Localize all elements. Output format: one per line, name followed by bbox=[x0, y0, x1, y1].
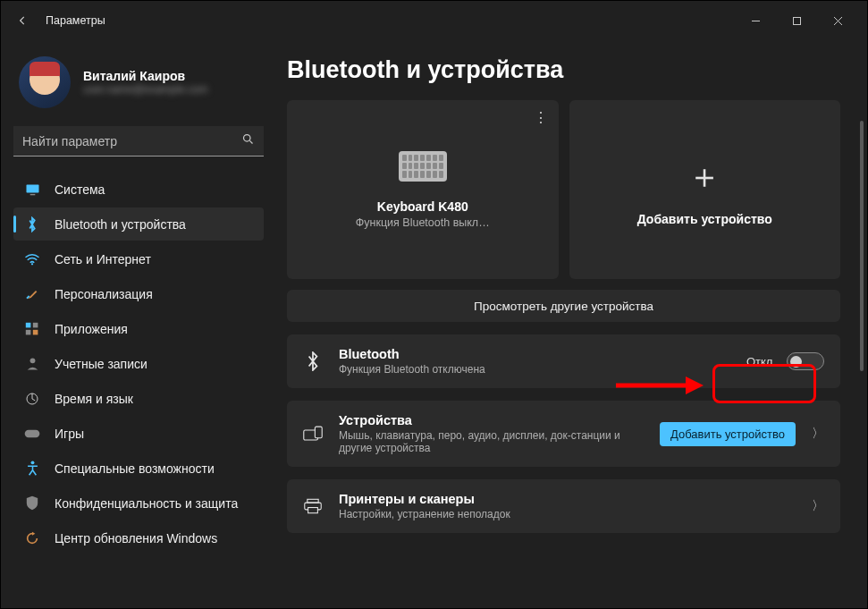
profile-block[interactable]: Виталий Каиров user.name@example.com bbox=[13, 40, 264, 112]
scrollbar[interactable] bbox=[860, 121, 864, 371]
nav-label: Персонализация bbox=[55, 287, 153, 301]
user-icon bbox=[24, 357, 40, 371]
wifi-icon bbox=[24, 253, 40, 266]
monitor-icon bbox=[24, 183, 40, 196]
nav-network[interactable]: Сеть и Интернет bbox=[13, 242, 264, 275]
svg-rect-8 bbox=[26, 329, 31, 334]
nav-label: Время и язык bbox=[55, 392, 133, 406]
globe-icon bbox=[24, 392, 40, 406]
svg-rect-16 bbox=[308, 499, 318, 503]
row-devices[interactable]: Устройства Мышь, клавиатура, перо, аудио… bbox=[287, 401, 840, 467]
close-button[interactable] bbox=[817, 6, 858, 35]
row-title: Устройства bbox=[339, 413, 644, 427]
nav-time-language[interactable]: Время и язык bbox=[13, 382, 264, 415]
bluetooth-toggle-group: Откл. bbox=[746, 352, 824, 370]
svg-rect-9 bbox=[33, 329, 38, 334]
svg-rect-15 bbox=[315, 427, 322, 438]
svg-rect-7 bbox=[33, 322, 38, 327]
plus-icon: ＋ bbox=[687, 154, 721, 199]
row-sub: Мышь, клавиатура, перо, аудио, дисплеи, … bbox=[339, 429, 644, 454]
nav-label: Центр обновления Windows bbox=[55, 531, 217, 546]
device-sub: Функция Bluetooth выкл… bbox=[356, 216, 490, 229]
bluetooth-icon bbox=[24, 216, 40, 233]
user-name: Виталий Каиров bbox=[83, 69, 208, 83]
nav-label: Конфиденциальность и защита bbox=[55, 496, 238, 511]
minimize-button[interactable] bbox=[735, 6, 776, 35]
chevron-right-icon: 〉 bbox=[812, 498, 824, 514]
nav-privacy[interactable]: Конфиденциальность и защита bbox=[13, 486, 264, 520]
titlebar: Параметры bbox=[1, 1, 867, 40]
svg-rect-6 bbox=[26, 322, 31, 327]
search-icon bbox=[241, 132, 255, 149]
nav-apps[interactable]: Приложения bbox=[13, 312, 264, 345]
devices-icon bbox=[303, 426, 323, 442]
nav-label: Игры bbox=[55, 427, 84, 441]
nav-label: Специальные возможности bbox=[55, 461, 215, 476]
device-cards-row: ⋮ Keyboard K480 Функция Bluetooth выкл… … bbox=[287, 100, 840, 279]
svg-rect-1 bbox=[793, 17, 800, 24]
back-button[interactable] bbox=[10, 8, 35, 33]
nav-bluetooth[interactable]: Bluetooth и устройства bbox=[13, 207, 264, 241]
more-menu-icon[interactable]: ⋮ bbox=[534, 109, 548, 126]
avatar bbox=[19, 56, 71, 108]
accessibility-icon bbox=[24, 461, 40, 476]
add-device-button[interactable]: Добавить устройство bbox=[660, 422, 796, 446]
window-controls bbox=[735, 6, 858, 35]
button-label: Добавить устройство bbox=[670, 427, 785, 441]
svg-rect-18 bbox=[308, 508, 318, 513]
search-placeholder: Найти параметр bbox=[22, 134, 241, 148]
nav-label: Система bbox=[55, 182, 105, 197]
add-device-card[interactable]: ＋ Добавить устройство bbox=[569, 100, 841, 279]
view-more-label: Просмотреть другие устройства bbox=[474, 300, 653, 313]
apps-icon bbox=[24, 322, 40, 336]
nav-gaming[interactable]: Игры bbox=[13, 417, 264, 450]
nav-label: Приложения bbox=[55, 322, 128, 336]
printer-icon bbox=[303, 498, 323, 514]
add-device-label: Добавить устройство bbox=[637, 212, 772, 226]
page-title: Bluetooth и устройства bbox=[287, 56, 840, 84]
svg-rect-3 bbox=[26, 184, 38, 192]
bluetooth-icon bbox=[303, 351, 323, 371]
nav-list: Система Bluetooth и устройства Сеть и Ин… bbox=[13, 173, 264, 554]
user-email: user.name@example.com bbox=[83, 83, 208, 96]
update-icon bbox=[24, 531, 40, 546]
game-icon bbox=[24, 428, 40, 439]
svg-point-13 bbox=[30, 461, 34, 464]
svg-point-2 bbox=[244, 135, 251, 142]
nav-label: Bluetooth и устройства bbox=[55, 217, 186, 232]
app-title: Параметры bbox=[46, 14, 105, 27]
row-printers[interactable]: Принтеры и сканеры Настройки, устранение… bbox=[287, 479, 840, 533]
shield-icon bbox=[24, 495, 40, 511]
view-more-devices[interactable]: Просмотреть другие устройства bbox=[287, 290, 840, 322]
nav-personalization[interactable]: Персонализация bbox=[13, 277, 264, 310]
toggle-label: Откл. bbox=[746, 355, 776, 368]
main-content: Bluetooth и устройства ⋮ Keyboard K480 Ф… bbox=[276, 40, 867, 608]
device-card-keyboard[interactable]: ⋮ Keyboard K480 Функция Bluetooth выкл… bbox=[287, 100, 559, 279]
nav-accessibility[interactable]: Специальные возможности bbox=[13, 452, 264, 485]
maximize-button[interactable] bbox=[776, 6, 817, 35]
keyboard-icon bbox=[399, 151, 447, 182]
nav-system[interactable]: Система bbox=[13, 173, 264, 206]
sidebar: Виталий Каиров user.name@example.com Най… bbox=[1, 40, 276, 608]
row-sub: Функция Bluetooth отключена bbox=[339, 363, 730, 376]
nav-update[interactable]: Центр обновления Windows bbox=[13, 521, 264, 554]
svg-rect-12 bbox=[25, 429, 40, 436]
nav-accounts[interactable]: Учетные записи bbox=[13, 347, 264, 380]
chevron-right-icon: 〉 bbox=[812, 426, 824, 442]
nav-label: Сеть и Интернет bbox=[55, 252, 151, 266]
svg-point-10 bbox=[29, 358, 35, 363]
bluetooth-toggle[interactable] bbox=[787, 352, 824, 370]
device-name: Keyboard K480 bbox=[377, 199, 468, 214]
row-sub: Настройки, устранение неполадок bbox=[339, 508, 796, 520]
brush-icon bbox=[24, 287, 40, 301]
row-title: Bluetooth bbox=[339, 347, 730, 361]
search-input[interactable]: Найти параметр bbox=[13, 126, 264, 156]
row-bluetooth: Bluetooth Функция Bluetooth отключена От… bbox=[287, 334, 840, 388]
row-title: Принтеры и сканеры bbox=[339, 492, 796, 506]
nav-label: Учетные записи bbox=[55, 357, 147, 371]
svg-rect-4 bbox=[29, 193, 35, 194]
svg-point-5 bbox=[31, 263, 33, 265]
